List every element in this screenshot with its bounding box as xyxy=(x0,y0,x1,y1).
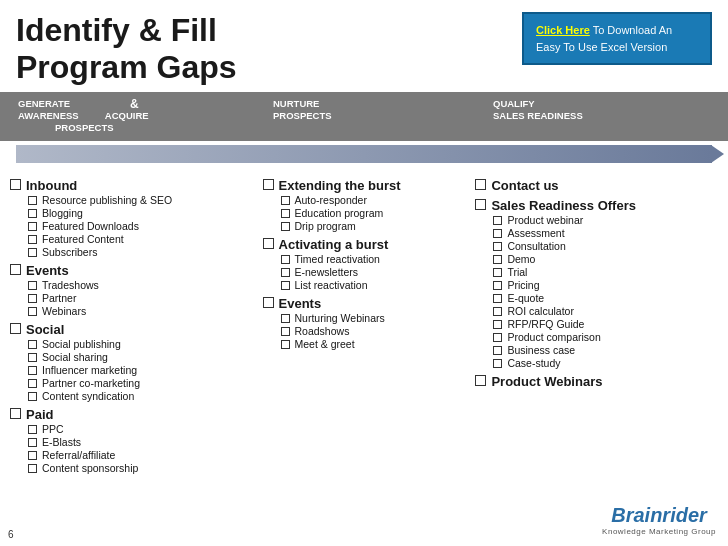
sub-checkbox[interactable] xyxy=(493,333,502,342)
main-content: Inbound Resource publishing & SEO Bloggi… xyxy=(0,171,728,483)
extending-checkbox[interactable] xyxy=(263,179,274,190)
inbound-checkbox[interactable] xyxy=(10,179,21,190)
col3-line1: QUALIFY xyxy=(493,98,535,109)
sub-checkbox[interactable] xyxy=(493,242,502,251)
list-item: Content sponsorship xyxy=(28,462,259,474)
sub-checkbox[interactable] xyxy=(281,196,290,205)
sub-checkbox[interactable] xyxy=(281,314,290,323)
list-item: Social publishing xyxy=(28,338,259,350)
title-line1: Identify & Fill xyxy=(16,12,217,48)
sub-checkbox[interactable] xyxy=(493,229,502,238)
sub-checkbox[interactable] xyxy=(28,464,37,473)
sub-checkbox[interactable] xyxy=(281,281,290,290)
list-item: List reactivation xyxy=(281,279,472,291)
list-item: Business case xyxy=(493,344,718,356)
logo-tagline: Knowledge Marketing Group xyxy=(602,527,716,536)
extending-header: Extending the burst xyxy=(263,178,472,193)
list-item: Drip program xyxy=(281,220,472,232)
sub-checkbox[interactable] xyxy=(493,346,502,355)
cta-click-here[interactable]: Click Here xyxy=(536,24,590,36)
page-number: 6 xyxy=(8,529,14,540)
list-item: Assessment xyxy=(493,227,718,239)
sub-checkbox[interactable] xyxy=(281,255,290,264)
sub-checkbox[interactable] xyxy=(28,438,37,447)
sub-checkbox[interactable] xyxy=(28,294,37,303)
events-mid-checkbox[interactable] xyxy=(263,297,274,308)
sub-checkbox[interactable] xyxy=(28,425,37,434)
list-item: Content syndication xyxy=(28,390,259,402)
extending-sublist: Auto-responder Education program Drip pr… xyxy=(281,194,472,232)
sub-checkbox[interactable] xyxy=(493,216,502,225)
sub-checkbox[interactable] xyxy=(493,255,502,264)
sub-checkbox[interactable] xyxy=(28,281,37,290)
main-title: Identify & Fill Program Gaps xyxy=(16,12,522,86)
list-item: Demo xyxy=(493,253,718,265)
list-item: PPC xyxy=(28,423,259,435)
contact-checkbox[interactable] xyxy=(475,179,486,190)
list-item: Timed reactivation xyxy=(281,253,472,265)
sub-checkbox[interactable] xyxy=(28,235,37,244)
section-events: Events Tradeshows Partner Webinars xyxy=(10,263,259,317)
section-activating: Activating a burst Timed reactivation E-… xyxy=(263,237,472,291)
cta-box[interactable]: Click Here To Download An Easy To Use Ex… xyxy=(522,12,712,65)
list-item: Partner xyxy=(28,292,259,304)
sub-checkbox[interactable] xyxy=(493,359,502,368)
product-webinars-checkbox[interactable] xyxy=(475,375,486,386)
social-header: Social xyxy=(10,322,259,337)
section-events-mid: Events Nurturing Webinars Roadshows Meet… xyxy=(263,296,472,350)
sub-checkbox[interactable] xyxy=(28,248,37,257)
section-sales-readiness: Sales Readiness Offers Product webinar A… xyxy=(475,198,718,369)
list-item: Pricing xyxy=(493,279,718,291)
social-checkbox[interactable] xyxy=(10,323,21,334)
sub-checkbox[interactable] xyxy=(28,340,37,349)
list-item: Tradeshows xyxy=(28,279,259,291)
events-mid-sublist: Nurturing Webinars Roadshows Meet & gree… xyxy=(281,312,472,350)
sub-checkbox[interactable] xyxy=(28,209,37,218)
column-headers: GENERATE AWARENESS ACQUIRE PROSPECTS NUR… xyxy=(0,92,728,141)
list-item: Resource publishing & SEO xyxy=(28,194,259,206)
sub-checkbox[interactable] xyxy=(28,307,37,316)
sub-checkbox[interactable] xyxy=(28,451,37,460)
list-item: Product comparison xyxy=(493,331,718,343)
events-sublist: Tradeshows Partner Webinars xyxy=(28,279,259,317)
sub-checkbox[interactable] xyxy=(493,320,502,329)
sub-checkbox[interactable] xyxy=(28,366,37,375)
paid-checkbox[interactable] xyxy=(10,408,21,419)
list-item: Subscribers xyxy=(28,246,259,258)
mid-column: Extending the burst Auto-responder Educa… xyxy=(263,175,476,479)
col-header-nurture: NURTURE PROSPECTS xyxy=(265,96,485,137)
sub-checkbox[interactable] xyxy=(28,222,37,231)
title-block: Identify & Fill Program Gaps xyxy=(16,12,522,86)
sub-checkbox[interactable] xyxy=(493,268,502,277)
sub-checkbox[interactable] xyxy=(28,196,37,205)
inbound-sublist: Resource publishing & SEO Blogging Featu… xyxy=(28,194,259,258)
section-extending: Extending the burst Auto-responder Educa… xyxy=(263,178,472,232)
header: Identify & Fill Program Gaps Click Here … xyxy=(0,0,728,92)
sub-checkbox[interactable] xyxy=(493,294,502,303)
sub-checkbox[interactable] xyxy=(281,222,290,231)
sub-checkbox[interactable] xyxy=(493,281,502,290)
contact-header: Contact us xyxy=(475,178,718,193)
list-item: Consultation xyxy=(493,240,718,252)
list-item: E-Blasts xyxy=(28,436,259,448)
logo-brainrider: Brainrider xyxy=(602,504,716,527)
col1b-line1: ACQUIRE xyxy=(105,110,149,121)
sub-checkbox[interactable] xyxy=(281,327,290,336)
activating-header: Activating a burst xyxy=(263,237,472,252)
sub-checkbox[interactable] xyxy=(28,379,37,388)
list-item: Nurturing Webinars xyxy=(281,312,472,324)
activating-checkbox[interactable] xyxy=(263,238,274,249)
list-item: ROI calculator xyxy=(493,305,718,317)
section-social: Social Social publishing Social sharing … xyxy=(10,322,259,402)
paid-header: Paid xyxy=(10,407,259,422)
sub-checkbox[interactable] xyxy=(493,307,502,316)
right-column: Contact us Sales Readiness Offers Produc… xyxy=(475,175,718,479)
sub-checkbox[interactable] xyxy=(28,353,37,362)
section-product-webinars: Product Webinars xyxy=(475,374,718,389)
sales-readiness-checkbox[interactable] xyxy=(475,199,486,210)
sub-checkbox[interactable] xyxy=(28,392,37,401)
sub-checkbox[interactable] xyxy=(281,340,290,349)
sub-checkbox[interactable] xyxy=(281,268,290,277)
sub-checkbox[interactable] xyxy=(281,209,290,218)
events-checkbox[interactable] xyxy=(10,264,21,275)
